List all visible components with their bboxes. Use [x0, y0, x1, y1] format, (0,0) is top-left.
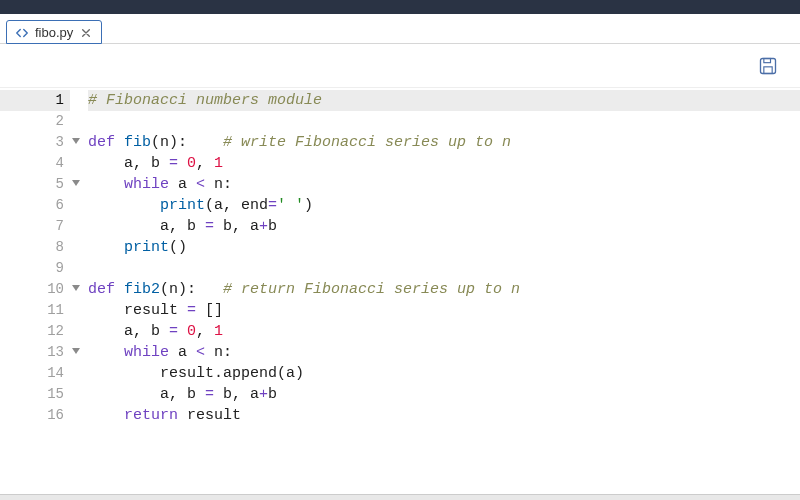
code-line[interactable]: a, b = b, a+b	[88, 216, 800, 237]
tab-fibo[interactable]: fibo.py	[6, 20, 102, 44]
code-line[interactable]: def fib(n): # write Fibonacci series up …	[88, 132, 800, 153]
line-number: 12	[0, 321, 70, 342]
status-bar	[0, 494, 800, 500]
code-line[interactable]: while a < n:	[88, 342, 800, 363]
code-line[interactable]	[88, 258, 800, 279]
code-line[interactable]: return result	[88, 405, 800, 426]
line-number: 10	[0, 279, 70, 300]
tab-strip: fibo.py	[0, 14, 800, 44]
line-number: 9	[0, 258, 70, 279]
code-line[interactable]: def fib2(n): # return Fibonacci series u…	[88, 279, 800, 300]
window-titlebar	[0, 0, 800, 14]
fold-toggle-icon[interactable]	[72, 138, 80, 144]
line-number: 2	[0, 111, 70, 132]
line-number: 14	[0, 363, 70, 384]
code-line[interactable]: print(a, end=' ')	[88, 195, 800, 216]
code-line[interactable]: # Fibonacci numbers module	[88, 90, 800, 111]
code-area[interactable]: # Fibonacci numbers moduledef fib(n): # …	[88, 88, 800, 494]
line-number: 16	[0, 405, 70, 426]
code-line[interactable]	[88, 111, 800, 132]
code-line[interactable]: a, b = 0, 1	[88, 321, 800, 342]
line-number: 15	[0, 384, 70, 405]
save-button[interactable]	[758, 55, 778, 77]
line-number: 4	[0, 153, 70, 174]
editor-toolbar	[0, 44, 800, 88]
code-line[interactable]: result.append(a)	[88, 363, 800, 384]
svg-rect-0	[761, 58, 776, 73]
code-line[interactable]: print()	[88, 237, 800, 258]
tab-filename: fibo.py	[35, 25, 73, 40]
code-line[interactable]: while a < n:	[88, 174, 800, 195]
svg-rect-2	[764, 66, 772, 73]
fold-column	[70, 88, 88, 494]
code-line[interactable]: result = []	[88, 300, 800, 321]
tab-close-icon[interactable]	[79, 26, 93, 40]
fold-toggle-icon[interactable]	[72, 180, 80, 186]
fold-toggle-icon[interactable]	[72, 285, 80, 291]
line-number: 1	[0, 90, 70, 111]
code-line[interactable]: a, b = 0, 1	[88, 153, 800, 174]
line-number-gutter: 12345678910111213141516	[0, 88, 70, 494]
code-file-icon	[15, 26, 29, 40]
line-number: 3	[0, 132, 70, 153]
line-number: 8	[0, 237, 70, 258]
line-number: 7	[0, 216, 70, 237]
line-number: 13	[0, 342, 70, 363]
line-number: 6	[0, 195, 70, 216]
fold-toggle-icon[interactable]	[72, 348, 80, 354]
line-number: 5	[0, 174, 70, 195]
line-number: 11	[0, 300, 70, 321]
code-line[interactable]: a, b = b, a+b	[88, 384, 800, 405]
code-editor[interactable]: 12345678910111213141516 # Fibonacci numb…	[0, 88, 800, 494]
